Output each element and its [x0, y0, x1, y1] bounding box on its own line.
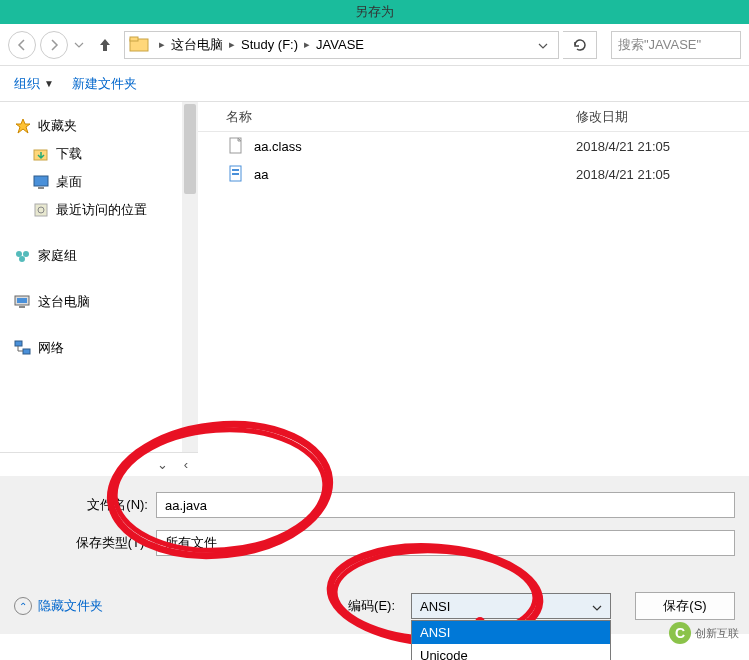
chevron-right-icon: ▸ — [229, 38, 235, 51]
sidebar-footer: ⌄ ‹ — [0, 452, 198, 476]
filename-input[interactable] — [156, 492, 735, 518]
chevron-right-icon: ▸ — [159, 38, 165, 51]
encoding-select[interactable]: ANSI ANSI Unicode — [411, 593, 611, 619]
file-icon — [226, 136, 246, 156]
chevron-down-icon[interactable]: ⌄ — [150, 453, 174, 477]
breadcrumb-dropdown[interactable] — [532, 37, 554, 52]
computer-icon — [14, 293, 32, 311]
encoding-label: 编码(E): — [348, 597, 395, 615]
new-folder-button[interactable]: 新建文件夹 — [72, 75, 137, 93]
star-icon — [14, 117, 32, 135]
svg-rect-18 — [232, 173, 239, 175]
code-file-icon — [226, 164, 246, 184]
breadcrumb-item-drive[interactable]: Study (F:) — [241, 37, 298, 52]
filename-row: 文件名(N): — [0, 492, 749, 518]
breadcrumb-item-folder[interactable]: JAVASE — [316, 37, 364, 52]
window-title: 另存为 — [355, 3, 394, 21]
sidebar-item-thispc[interactable]: 这台电脑 — [14, 288, 198, 316]
savetype-select[interactable]: 所有文件 — [156, 530, 735, 556]
file-date: 2018/4/21 21:05 — [576, 167, 670, 182]
sidebar-item-recent[interactable]: 最近访问的位置 — [14, 196, 198, 224]
refresh-button[interactable] — [563, 31, 597, 59]
folder-icon — [129, 35, 151, 55]
filename-label: 文件名(N): — [14, 496, 156, 514]
column-name[interactable]: 名称 — [226, 108, 576, 126]
dialog-footer: ⌃ 隐藏文件夹 编码(E): ANSI ANSI Unicode 保存(S) — [0, 578, 749, 634]
homegroup-icon — [14, 247, 32, 265]
svg-rect-4 — [38, 187, 44, 189]
hide-folders-button[interactable]: ⌃ 隐藏文件夹 — [14, 597, 103, 615]
svg-rect-14 — [23, 349, 30, 354]
sidebar-item-desktop[interactable]: 桌面 — [14, 168, 198, 196]
network-icon — [14, 339, 32, 357]
chevron-left-icon[interactable]: ‹ — [174, 453, 198, 477]
search-input[interactable]: 搜索"JAVASE" — [611, 31, 741, 59]
forward-button[interactable] — [40, 31, 68, 59]
sidebar-item-network[interactable]: 网络 — [14, 334, 198, 362]
save-form: 文件名(N): 保存类型(T): 所有文件 — [0, 476, 749, 578]
watermark-icon: C — [669, 622, 691, 644]
svg-rect-12 — [19, 306, 25, 308]
watermark-text: 创新互联 — [695, 626, 739, 641]
file-name: aa.class — [254, 139, 576, 154]
dropdown-icon — [592, 599, 602, 614]
svg-point-9 — [19, 256, 25, 262]
sidebar-item-homegroup[interactable]: 家庭组 — [14, 242, 198, 270]
search-placeholder: 搜索"JAVASE" — [618, 36, 701, 54]
recent-icon — [32, 201, 50, 219]
svg-rect-11 — [17, 298, 27, 303]
svg-rect-1 — [130, 37, 138, 41]
history-dropdown[interactable] — [72, 31, 86, 59]
back-button[interactable] — [8, 31, 36, 59]
savetype-label: 保存类型(T): — [14, 534, 156, 552]
nav-bar: ▸ 这台电脑 ▸ Study (F:) ▸ JAVASE 搜索"JAVASE" — [0, 24, 749, 66]
toolbar: 组织 ▼ 新建文件夹 — [0, 66, 749, 102]
encoding-option[interactable]: Unicode — [412, 644, 610, 660]
organize-button[interactable]: 组织 ▼ — [14, 75, 54, 93]
save-button[interactable]: 保存(S) — [635, 592, 735, 620]
sidebar: 收藏夹 下载 桌面 最近访问的位置 — [0, 102, 198, 452]
svg-rect-17 — [232, 169, 239, 171]
breadcrumb[interactable]: ▸ 这台电脑 ▸ Study (F:) ▸ JAVASE — [124, 31, 559, 59]
encoding-option[interactable]: ANSI — [412, 621, 610, 644]
column-headers: 名称 修改日期 — [198, 102, 749, 132]
savetype-row: 保存类型(T): 所有文件 — [0, 530, 749, 556]
sidebar-scrollbar[interactable] — [182, 102, 198, 452]
desktop-icon — [32, 173, 50, 191]
svg-point-7 — [16, 251, 22, 257]
file-date: 2018/4/21 21:05 — [576, 139, 670, 154]
file-row[interactable]: aa.class 2018/4/21 21:05 — [198, 132, 749, 160]
file-row[interactable]: aa 2018/4/21 21:05 — [198, 160, 749, 188]
dropdown-icon: ▼ — [44, 78, 54, 89]
breadcrumb-item-pc[interactable]: 这台电脑 — [171, 36, 223, 54]
nav-tree: 收藏夹 下载 桌面 最近访问的位置 — [0, 102, 198, 362]
chevron-right-icon: ▸ — [304, 38, 310, 51]
up-button[interactable] — [96, 34, 114, 56]
encoding-dropdown: ANSI Unicode — [411, 620, 611, 660]
download-folder-icon — [32, 145, 50, 163]
file-list: 名称 修改日期 aa.class 2018/4/21 21:05 aa 2018… — [198, 102, 749, 452]
sidebar-item-downloads[interactable]: 下载 — [14, 140, 198, 168]
main-area: 收藏夹 下载 桌面 最近访问的位置 — [0, 102, 749, 452]
sidebar-item-favorites[interactable]: 收藏夹 — [14, 112, 198, 140]
column-date[interactable]: 修改日期 — [576, 108, 749, 126]
collapse-icon: ⌃ — [14, 597, 32, 615]
file-name: aa — [254, 167, 576, 182]
svg-point-8 — [23, 251, 29, 257]
title-bar: 另存为 — [0, 0, 749, 24]
svg-rect-3 — [34, 176, 48, 186]
scrollbar-thumb[interactable] — [184, 104, 196, 194]
watermark: C 创新互联 — [669, 622, 739, 644]
svg-rect-13 — [15, 341, 22, 346]
svg-rect-5 — [35, 204, 47, 216]
